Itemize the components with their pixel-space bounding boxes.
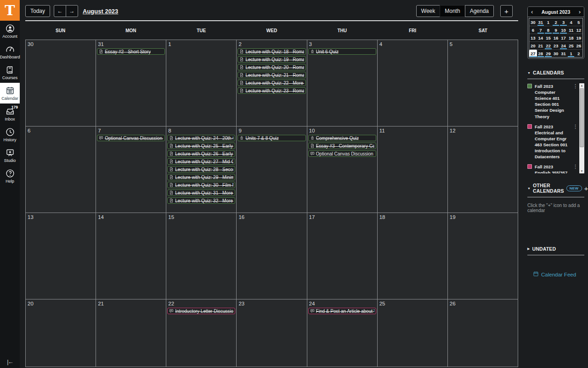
scroll-down-arrow-icon[interactable]: ▼ — [579, 169, 584, 173]
mini-day[interactable]: 24 — [560, 42, 567, 49]
mini-day[interactable]: 14 — [537, 34, 545, 41]
mini-day[interactable]: 3 — [560, 18, 567, 26]
mini-day[interactable]: 7 — [537, 26, 545, 34]
day-cell-10[interactable]: 10Comprehensive QuizEssay #3 - Contempor… — [307, 126, 377, 213]
mini-day[interactable]: 5 — [575, 18, 582, 26]
mini-day[interactable]: 1 — [544, 18, 552, 26]
mini-day[interactable]: 28 — [537, 50, 545, 57]
mini-day[interactable]: 22 — [544, 42, 552, 49]
assignment-event[interactable]: Lecture with Quiz: 25 - Early Modernism … — [167, 143, 235, 149]
assignment-event[interactable]: Lecture with Quiz: 23 - Romantic Opera — [237, 87, 305, 94]
mini-day[interactable]: 26 — [575, 42, 582, 49]
mini-day[interactable]: 4 — [567, 18, 575, 26]
assignment-event[interactable]: Lecture with Quiz: 22 - More Late Romant… — [237, 80, 305, 86]
day-cell-17[interactable]: 17 — [307, 213, 377, 299]
quiz-event[interactable]: Comprehensive Quiz — [308, 135, 376, 141]
day-cell-25[interactable]: 25 — [378, 299, 447, 367]
day-cell-13[interactable]: 13 — [26, 213, 96, 299]
day-cell-20[interactable]: 20 — [26, 299, 96, 367]
quiz-event[interactable]: Units 7 & 8 Quiz — [237, 135, 305, 141]
day-cell-16[interactable]: 16 — [237, 213, 306, 299]
sidebar-item-inbox[interactable]: Inbox179 — [0, 104, 20, 124]
undated-section-header[interactable]: ▶ UNDATED — [527, 246, 584, 252]
assignment-event[interactable]: Essay #2 - Short Story — [97, 48, 165, 55]
kebab-menu-icon[interactable]: ⋮ — [573, 124, 578, 129]
kebab-menu-icon[interactable]: ⋮ — [573, 164, 578, 169]
assignment-event[interactable]: Lecture with Quiz: 29 - Minimalism — [167, 174, 235, 180]
mini-day[interactable]: 1 — [567, 50, 575, 57]
mini-day[interactable]: 23 — [552, 42, 560, 49]
today-button[interactable]: Today — [25, 5, 50, 17]
mini-day[interactable]: 21 — [537, 42, 545, 49]
day-cell-7[interactable]: 7Optional Canvas Discussion #2 - Extra C… — [96, 126, 166, 213]
discussion-event[interactable]: Optional Canvas Discussion #3 - Extra Cr… — [308, 150, 376, 157]
mini-day[interactable]: 10 — [560, 26, 567, 34]
day-cell-4[interactable]: 4 — [378, 40, 447, 126]
mini-day[interactable]: 19 — [575, 34, 582, 41]
mini-day[interactable]: 18 — [567, 34, 575, 41]
assignment-event[interactable]: Lecture with Quiz: 18 - Romantic Era Int… — [237, 48, 305, 55]
day-cell-23[interactable]: 23 — [237, 299, 306, 367]
mini-day[interactable]: 8 — [544, 26, 552, 34]
mini-day[interactable]: 13 — [529, 34, 537, 41]
scroll-up-arrow-icon[interactable]: ▲ — [579, 83, 584, 88]
day-cell-9[interactable]: 9Units 7 & 8 Quiz — [237, 126, 306, 213]
create-event-button[interactable]: + — [500, 5, 513, 17]
calendar-color-swatch[interactable] — [527, 84, 532, 88]
discussion-event[interactable]: Introductory Letter Discussion Board — [167, 308, 235, 314]
mini-day[interactable]: 17 — [560, 34, 567, 41]
assignment-event[interactable]: Lecture with Quiz: 24 - 20th Century Int… — [167, 135, 235, 141]
sidebar-item-help[interactable]: Help — [0, 166, 20, 186]
view-button-month[interactable]: Month — [440, 5, 465, 17]
mini-next-month-button[interactable]: › — [579, 9, 581, 15]
brand-logo[interactable]: T — [0, 0, 20, 21]
scrollbar-thumb[interactable] — [580, 88, 584, 147]
mini-day[interactable]: 16 — [552, 34, 560, 41]
assignment-event[interactable]: Lecture with Quiz: 31 - More Contemporar… — [167, 190, 235, 196]
day-cell-14[interactable]: 14 — [96, 213, 166, 299]
assignment-event[interactable]: Lecture with Quiz: 28 - Second Wave Mod.… — [167, 166, 235, 172]
sidebar-item-history[interactable]: History — [0, 124, 20, 145]
day-cell-5[interactable]: 5 — [448, 40, 518, 126]
kebab-menu-icon[interactable]: ⋮ — [573, 83, 578, 89]
mini-day[interactable]: 2 — [552, 18, 560, 26]
quiz-event[interactable]: Unit 6 Quiz — [308, 48, 376, 55]
calendar-list-item[interactable]: Fall 2023 English 355/357 Rhetoric and W… — [527, 164, 578, 173]
day-cell-24[interactable]: 24Find & Post an Article about Writing a… — [307, 299, 377, 367]
mini-day[interactable]: 2 — [575, 50, 582, 57]
calendar-list-item[interactable]: Fall 2023 Computer Science 401 Section 0… — [527, 83, 578, 120]
day-cell-26[interactable]: 26 — [448, 299, 518, 367]
mini-day[interactable]: 31 — [560, 50, 567, 57]
add-other-calendar-button[interactable]: + — [584, 185, 588, 192]
mini-day[interactable]: 6 — [529, 26, 537, 34]
calendars-section-header[interactable]: ▼ CALENDARS — [527, 70, 584, 75]
mini-prev-month-button[interactable]: ‹ — [531, 9, 533, 15]
mini-day[interactable]: 15 — [544, 34, 552, 41]
day-cell-11[interactable]: 11 — [378, 126, 447, 213]
calendar-color-swatch[interactable] — [527, 124, 532, 129]
assignment-event[interactable]: Lecture with Quiz: 32 - More Contemporar… — [167, 197, 235, 204]
mini-day[interactable]: 12 — [575, 26, 582, 34]
assignment-event[interactable]: Essay #3 - Contemporary Composer — [308, 143, 376, 149]
view-button-agenda[interactable]: Agenda — [465, 5, 494, 17]
day-cell-2[interactable]: 2Lecture with Quiz: 18 - Romantic Era In… — [237, 40, 306, 126]
mini-day[interactable]: 29 — [544, 50, 552, 57]
mini-day[interactable]: 25 — [567, 42, 575, 49]
sidebar-item-account[interactable]: Account — [0, 21, 20, 41]
discussion-event[interactable]: Find & Post an Article about Writing and… — [308, 308, 376, 314]
day-cell-18[interactable]: 18 — [378, 213, 447, 299]
day-cell-3[interactable]: 3Unit 6 Quiz — [307, 40, 377, 126]
discussion-event[interactable]: Optional Canvas Discussion #2 - Extra Cr… — [97, 135, 165, 141]
assignment-event[interactable]: Lecture with Quiz: 30 - Film Music — [167, 182, 235, 188]
assignment-event[interactable]: Lecture with Quiz: 20 - Romantic Program… — [237, 64, 305, 70]
sidebar-item-courses[interactable]: Courses — [0, 62, 20, 83]
other-calendars-section-header[interactable]: ▼ OTHER CALENDARS NEW + — [527, 183, 584, 194]
day-cell-30[interactable]: 30 — [26, 40, 96, 126]
mini-day[interactable]: 11 — [567, 26, 575, 34]
day-cell-6[interactable]: 6 — [26, 126, 96, 213]
mini-day[interactable]: 9 — [552, 26, 560, 34]
calendar-list-item[interactable]: Fall 2023 Electrical and Computer Engr 4… — [527, 124, 578, 160]
day-cell-21[interactable]: 21 — [96, 299, 166, 367]
view-button-week[interactable]: Week — [416, 5, 440, 17]
day-cell-31[interactable]: 31Essay #2 - Short Story — [96, 40, 166, 126]
